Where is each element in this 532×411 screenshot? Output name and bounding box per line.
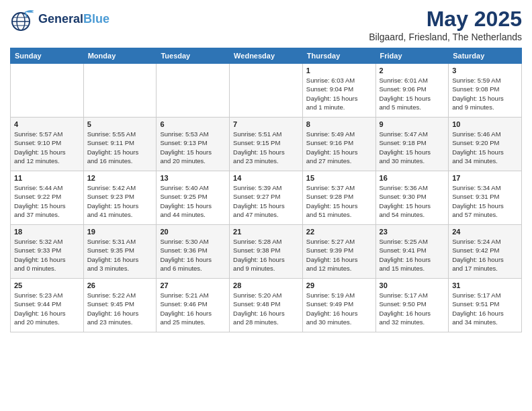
calendar-cell bbox=[11, 64, 84, 118]
day-info: Sunrise: 5:46 AM Sunset: 9:20 PM Dayligh… bbox=[452, 130, 518, 165]
calendar-cell: 17Sunrise: 5:34 AM Sunset: 9:31 PM Dayli… bbox=[449, 171, 522, 225]
calendar-week-row: 18Sunrise: 5:32 AM Sunset: 9:33 PM Dayli… bbox=[11, 225, 522, 279]
day-of-week-header: Friday bbox=[375, 48, 449, 64]
calendar-cell: 27Sunrise: 5:21 AM Sunset: 9:46 PM Dayli… bbox=[157, 279, 230, 332]
day-info: Sunrise: 5:25 AM Sunset: 9:41 PM Dayligh… bbox=[380, 237, 445, 273]
day-info: Sunrise: 5:36 AM Sunset: 9:30 PM Dayligh… bbox=[380, 183, 445, 219]
day-info: Sunrise: 5:22 AM Sunset: 9:45 PM Dayligh… bbox=[87, 291, 153, 326]
day-info: Sunrise: 5:27 AM Sunset: 9:39 PM Dayligh… bbox=[306, 237, 372, 273]
day-info: Sunrise: 5:17 AM Sunset: 9:51 PM Dayligh… bbox=[452, 291, 518, 326]
calendar-cell: 28Sunrise: 5:20 AM Sunset: 9:48 PM Dayli… bbox=[230, 279, 303, 332]
calendar-cell: 21Sunrise: 5:28 AM Sunset: 9:38 PM Dayli… bbox=[230, 225, 303, 279]
day-number: 19 bbox=[87, 228, 153, 236]
day-of-week-header: Sunday bbox=[11, 48, 84, 64]
day-number: 18 bbox=[14, 228, 80, 236]
day-info: Sunrise: 5:47 AM Sunset: 9:18 PM Dayligh… bbox=[380, 130, 445, 165]
day-number: 31 bbox=[452, 281, 518, 289]
day-number: 24 bbox=[452, 228, 518, 236]
day-number: 9 bbox=[380, 120, 445, 128]
day-info: Sunrise: 5:42 AM Sunset: 9:23 PM Dayligh… bbox=[87, 183, 153, 219]
day-number: 6 bbox=[160, 120, 226, 128]
calendar-cell: 10Sunrise: 5:46 AM Sunset: 9:20 PM Dayli… bbox=[449, 118, 522, 171]
day-number: 28 bbox=[233, 281, 299, 289]
day-of-week-header: Wednesday bbox=[230, 48, 303, 64]
day-number: 21 bbox=[233, 228, 299, 236]
day-info: Sunrise: 5:57 AM Sunset: 9:10 PM Dayligh… bbox=[14, 130, 80, 165]
day-number: 12 bbox=[87, 174, 153, 182]
day-info: Sunrise: 5:19 AM Sunset: 9:49 PM Dayligh… bbox=[306, 291, 372, 326]
calendar-cell: 7Sunrise: 5:51 AM Sunset: 9:15 PM Daylig… bbox=[230, 118, 303, 171]
day-info: Sunrise: 5:32 AM Sunset: 9:33 PM Dayligh… bbox=[14, 237, 80, 273]
day-number: 29 bbox=[306, 281, 372, 289]
day-info: Sunrise: 5:55 AM Sunset: 9:11 PM Dayligh… bbox=[87, 130, 153, 165]
calendar-table: SundayMondayTuesdayWednesdayThursdayFrid… bbox=[10, 48, 522, 332]
calendar-cell: 5Sunrise: 5:55 AM Sunset: 9:11 PM Daylig… bbox=[83, 118, 157, 171]
page-header: GeneralBlue May 2025 Bilgaard, Friesland… bbox=[10, 7, 522, 42]
calendar-cell: 6Sunrise: 5:53 AM Sunset: 9:13 PM Daylig… bbox=[157, 118, 230, 171]
calendar-cell: 1Sunrise: 6:03 AM Sunset: 9:04 PM Daylig… bbox=[302, 64, 375, 118]
day-number: 11 bbox=[14, 174, 80, 182]
calendar-cell bbox=[157, 64, 230, 118]
day-info: Sunrise: 5:40 AM Sunset: 9:25 PM Dayligh… bbox=[160, 183, 226, 219]
day-number: 4 bbox=[14, 120, 80, 128]
day-info: Sunrise: 5:30 AM Sunset: 9:36 PM Dayligh… bbox=[160, 237, 226, 273]
calendar-cell bbox=[83, 64, 157, 118]
logo-icon bbox=[10, 7, 36, 32]
day-number: 16 bbox=[380, 174, 445, 182]
day-of-week-header: Thursday bbox=[302, 48, 375, 64]
title-section: May 2025 Bilgaard, Friesland, The Nether… bbox=[369, 7, 522, 42]
day-number: 17 bbox=[452, 174, 518, 182]
calendar-cell: 8Sunrise: 5:49 AM Sunset: 9:16 PM Daylig… bbox=[302, 118, 375, 171]
day-info: Sunrise: 5:59 AM Sunset: 9:08 PM Dayligh… bbox=[452, 76, 518, 111]
calendar-cell: 4Sunrise: 5:57 AM Sunset: 9:10 PM Daylig… bbox=[11, 118, 84, 171]
day-info: Sunrise: 5:31 AM Sunset: 9:35 PM Dayligh… bbox=[87, 237, 153, 273]
day-info: Sunrise: 5:24 AM Sunset: 9:42 PM Dayligh… bbox=[452, 237, 518, 273]
calendar-week-row: 11Sunrise: 5:44 AM Sunset: 9:22 PM Dayli… bbox=[11, 171, 522, 225]
calendar-week-row: 25Sunrise: 5:23 AM Sunset: 9:44 PM Dayli… bbox=[11, 279, 522, 332]
calendar-cell: 19Sunrise: 5:31 AM Sunset: 9:35 PM Dayli… bbox=[83, 225, 157, 279]
calendar-cell: 15Sunrise: 5:37 AM Sunset: 9:28 PM Dayli… bbox=[302, 171, 375, 225]
day-of-week-header: Monday bbox=[83, 48, 157, 64]
day-number: 22 bbox=[306, 228, 372, 236]
day-number: 13 bbox=[160, 174, 226, 182]
calendar-cell: 20Sunrise: 5:30 AM Sunset: 9:36 PM Dayli… bbox=[157, 225, 230, 279]
day-number: 10 bbox=[452, 120, 518, 128]
day-info: Sunrise: 5:28 AM Sunset: 9:38 PM Dayligh… bbox=[233, 237, 299, 273]
calendar-cell: 3Sunrise: 5:59 AM Sunset: 9:08 PM Daylig… bbox=[449, 64, 522, 118]
day-number: 2 bbox=[380, 66, 445, 75]
day-number: 30 bbox=[380, 281, 445, 289]
day-number: 20 bbox=[160, 228, 226, 236]
day-info: Sunrise: 5:51 AM Sunset: 9:15 PM Dayligh… bbox=[233, 130, 299, 165]
calendar-cell bbox=[230, 64, 303, 118]
calendar-week-row: 4Sunrise: 5:57 AM Sunset: 9:10 PM Daylig… bbox=[11, 118, 522, 171]
month-title: May 2025 bbox=[369, 7, 522, 32]
day-info: Sunrise: 5:37 AM Sunset: 9:28 PM Dayligh… bbox=[306, 183, 372, 219]
day-number: 26 bbox=[87, 281, 153, 289]
calendar-header-row: SundayMondayTuesdayWednesdayThursdayFrid… bbox=[11, 48, 522, 64]
day-number: 3 bbox=[452, 66, 518, 75]
logo-text: GeneralBlue bbox=[38, 13, 109, 26]
calendar-cell: 31Sunrise: 5:17 AM Sunset: 9:51 PM Dayli… bbox=[449, 279, 522, 332]
day-of-week-header: Saturday bbox=[449, 48, 522, 64]
day-info: Sunrise: 5:44 AM Sunset: 9:22 PM Dayligh… bbox=[14, 183, 80, 219]
calendar-cell: 24Sunrise: 5:24 AM Sunset: 9:42 PM Dayli… bbox=[449, 225, 522, 279]
day-info: Sunrise: 5:34 AM Sunset: 9:31 PM Dayligh… bbox=[452, 183, 518, 219]
logo: GeneralBlue bbox=[10, 7, 109, 32]
calendar-cell: 18Sunrise: 5:32 AM Sunset: 9:33 PM Dayli… bbox=[11, 225, 84, 279]
location-subtitle: Bilgaard, Friesland, The Netherlands bbox=[369, 32, 522, 42]
calendar-cell: 29Sunrise: 5:19 AM Sunset: 9:49 PM Dayli… bbox=[302, 279, 375, 332]
calendar-cell: 22Sunrise: 5:27 AM Sunset: 9:39 PM Dayli… bbox=[302, 225, 375, 279]
calendar-cell: 30Sunrise: 5:17 AM Sunset: 9:50 PM Dayli… bbox=[375, 279, 449, 332]
calendar-cell: 12Sunrise: 5:42 AM Sunset: 9:23 PM Dayli… bbox=[83, 171, 157, 225]
day-info: Sunrise: 5:49 AM Sunset: 9:16 PM Dayligh… bbox=[306, 130, 372, 165]
calendar-cell: 11Sunrise: 5:44 AM Sunset: 9:22 PM Dayli… bbox=[11, 171, 84, 225]
day-number: 23 bbox=[380, 228, 445, 236]
calendar-week-row: 1Sunrise: 6:03 AM Sunset: 9:04 PM Daylig… bbox=[11, 64, 522, 118]
calendar-cell: 23Sunrise: 5:25 AM Sunset: 9:41 PM Dayli… bbox=[375, 225, 449, 279]
day-number: 14 bbox=[233, 174, 299, 182]
day-number: 5 bbox=[87, 120, 153, 128]
day-of-week-header: Tuesday bbox=[157, 48, 230, 64]
day-info: Sunrise: 5:20 AM Sunset: 9:48 PM Dayligh… bbox=[233, 291, 299, 326]
day-number: 1 bbox=[306, 66, 372, 75]
day-info: Sunrise: 6:03 AM Sunset: 9:04 PM Dayligh… bbox=[306, 76, 372, 111]
